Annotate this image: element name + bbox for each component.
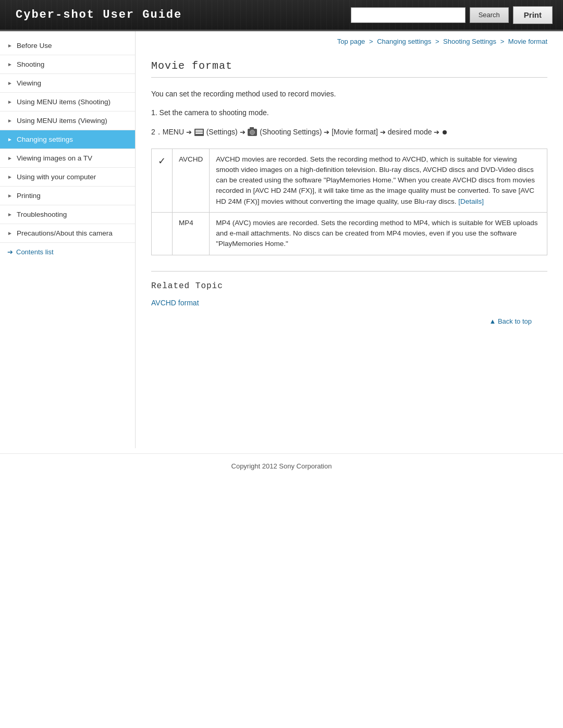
breadcrumb-separator: > [369,38,375,45]
print-button[interactable]: Print [513,6,553,24]
chevron-right-icon: ► [7,137,13,142]
chevron-right-icon: ► [7,193,13,199]
breadcrumb-movie-format[interactable]: Movie format [508,38,547,45]
step2-shooting: (Shooting Settings) [260,128,324,136]
sidebar-label: Using MENU items (Viewing) [17,117,107,125]
chevron-right-icon: ► [7,118,13,124]
breadcrumb-changing-settings[interactable]: Changing settings [377,38,431,45]
step2-settings: (Settings) [206,128,240,136]
sidebar: ► Before Use ► Shooting ► Viewing ► Usin… [0,31,136,448]
chevron-right-icon: ► [7,43,13,48]
breadcrumb: Top page > Changing settings > Shooting … [151,31,547,52]
back-to-top-link[interactable]: ▲ Back to top [489,317,532,325]
chevron-right-icon: ► [7,230,13,236]
avchd-label-cell: AVCHD [173,149,210,212]
back-to-top-bar: ▲ Back to top [151,309,547,325]
chevron-right-icon: ► [7,80,13,86]
copyright-text: Copyright 2012 Sony Corporation [231,462,332,470]
step2: 2．MENU ➔ (Settings) ➔ (Shooting Settings… [151,126,547,138]
sidebar-item-using-menu-shooting[interactable]: ► Using MENU items (Shooting) [0,93,135,112]
mp4-desc-cell: MP4 (AVC) movies are recorded. Sets the … [210,212,547,255]
sidebar-item-viewing-on-tv[interactable]: ► Viewing images on a TV [0,149,135,168]
arrow-icon: ➔ [434,128,439,136]
details-link[interactable]: [Details] [458,198,484,205]
chevron-right-icon: ► [7,99,13,105]
check-cell: ✓ [152,149,173,212]
chevron-right-icon: ► [7,155,13,161]
table-row: MP4 MP4 (AVC) movies are recorded. Sets … [152,212,547,255]
avchd-format-link[interactable]: AVCHD format [151,299,199,307]
app-title: Cyber-shot User Guide [0,8,182,21]
check-icon: ✓ [158,156,166,166]
mp4-label-cell: MP4 [173,212,210,255]
step2-movie-format: [Movie format] [332,128,380,136]
sidebar-item-using-menu-viewing[interactable]: ► Using MENU items (Viewing) [0,112,135,130]
step1: 1. Set the camera to shooting mode. [151,107,547,118]
main-container: ► Before Use ► Shooting ► Viewing ► Usin… [0,31,563,448]
contents-list-label: Contents list [16,248,54,256]
intro-text: You can set the recording method used to… [151,88,547,100]
search-input[interactable] [351,7,466,23]
breadcrumb-shooting-settings[interactable]: Shooting Settings [443,38,496,45]
chevron-right-icon: ► [7,174,13,180]
sidebar-item-printing[interactable]: ► Printing [0,187,135,205]
sidebar-label: Using MENU items (Shooting) [17,98,111,106]
arrow-icon: ➔ [324,128,329,136]
page-title: Movie format [151,52,547,78]
sidebar-label: Troubleshooting [17,211,67,218]
content-body: You can set the recording method used to… [151,88,547,309]
sidebar-label: Printing [17,192,41,200]
arrow-right-icon: ➔ [7,248,13,256]
sidebar-label: Precautions/About this camera [17,229,113,237]
avchd-desc-cell: AVCHD movies are recorded. Sets the reco… [210,149,547,212]
sidebar-item-before-use[interactable]: ► Before Use [0,36,135,55]
settings-menu-icon [194,129,204,136]
sidebar-item-shooting[interactable]: ► Shooting [0,55,135,74]
avchd-label: AVCHD [179,155,203,163]
related-topic-title: Related Topic [151,280,547,293]
step2-desired-mode: desired mode [388,128,434,136]
page-header: Cyber-shot User Guide Search Print [0,0,563,31]
sidebar-label: Viewing images on a TV [17,154,92,162]
sidebar-label: Using with your computer [17,173,96,181]
sidebar-item-viewing[interactable]: ► Viewing [0,74,135,93]
sidebar-label: Shooting [17,60,44,68]
header-controls: Search Print [351,6,563,24]
step2-prefix: 2．MENU [151,128,186,136]
format-table: ✓ AVCHD AVCHD movies are recorded. Sets … [151,149,547,255]
arrow-icon: ➔ [186,128,192,136]
sidebar-label: Before Use [17,42,52,50]
sidebar-item-troubleshooting[interactable]: ► Troubleshooting [0,205,135,224]
sidebar-label: Viewing [17,79,41,87]
sidebar-label: Changing settings [17,135,73,143]
breadcrumb-separator: > [500,38,506,45]
bullet-dot-icon [443,130,447,134]
sidebar-item-precautions[interactable]: ► Precautions/About this camera [0,224,135,243]
related-topic: Related Topic AVCHD format [151,271,547,309]
sidebar-item-changing-settings[interactable]: ► Changing settings [0,130,135,149]
camera-icon [248,129,257,136]
sidebar-item-using-computer[interactable]: ► Using with your computer [0,168,135,187]
mp4-label: MP4 [179,219,193,227]
contents-list-link[interactable]: ➔ Contents list [0,243,135,261]
search-button[interactable]: Search [470,7,509,23]
table-row: ✓ AVCHD AVCHD movies are recorded. Sets … [152,149,547,212]
arrow-icon: ➔ [240,128,246,136]
chevron-right-icon: ► [7,212,13,217]
footer: Copyright 2012 Sony Corporation [0,453,563,478]
breadcrumb-top-page[interactable]: Top page [337,38,365,45]
empty-check-cell [152,212,173,255]
chevron-right-icon: ► [7,61,13,67]
content-area: Top page > Changing settings > Shooting … [136,31,563,448]
arrow-icon: ➔ [380,128,386,136]
breadcrumb-separator: > [435,38,441,45]
